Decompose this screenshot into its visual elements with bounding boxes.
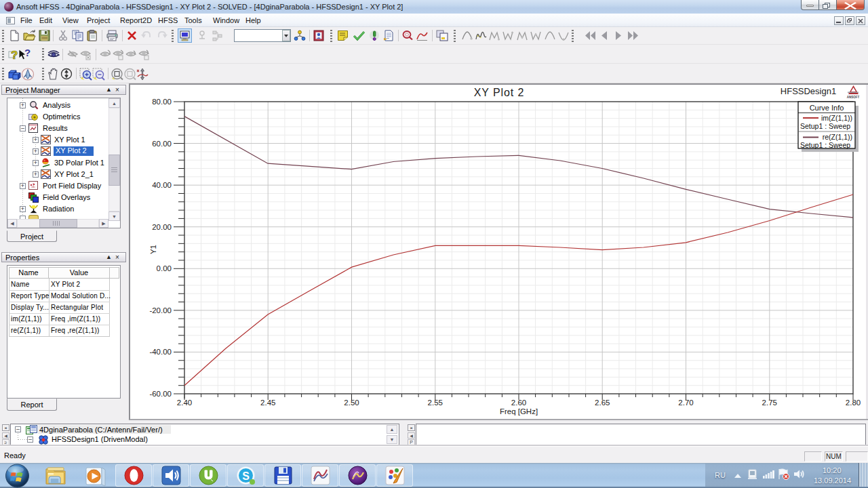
svg-text:-40.00: -40.00	[149, 348, 172, 356]
svg-text:20.00: 20.00	[152, 223, 172, 231]
svg-text:2.55: 2.55	[428, 399, 443, 407]
svg-text:0.00: 0.00	[157, 264, 172, 272]
svg-text:-60.00: -60.00	[149, 390, 172, 398]
svg-text:80.00: 80.00	[152, 98, 172, 106]
svg-text:XY Plot 2: XY Plot 2	[474, 87, 525, 98]
svg-text:2.70: 2.70	[678, 399, 693, 407]
svg-text:Setup1 : Sweep: Setup1 : Sweep	[800, 141, 850, 149]
svg-text:Curve Info: Curve Info	[810, 104, 844, 112]
svg-text:2.50: 2.50	[344, 399, 359, 407]
svg-text:?: ?	[11, 49, 18, 61]
svg-text:2.65: 2.65	[595, 399, 610, 407]
svg-text:Freq [GHz]: Freq [GHz]	[500, 407, 538, 415]
svg-text:60.00: 60.00	[152, 140, 172, 148]
svg-text:?: ?	[24, 47, 31, 58]
svg-text:2.75: 2.75	[762, 399, 777, 407]
svg-text:HFSSDesign1: HFSSDesign1	[781, 86, 836, 96]
svg-text:ANSOFT: ANSOFT	[847, 96, 860, 99]
svg-text:im(Z(1,1)): im(Z(1,1))	[821, 114, 852, 122]
svg-text:2.40: 2.40	[177, 399, 192, 407]
svg-text:Y1: Y1	[149, 245, 157, 254]
svg-text:2.60: 2.60	[511, 399, 526, 407]
svg-text:Setup1 : Sweep: Setup1 : Sweep	[800, 122, 850, 130]
svg-text:40.00: 40.00	[152, 181, 172, 189]
svg-text:re(Z(1,1)): re(Z(1,1))	[823, 133, 852, 141]
svg-text:2.45: 2.45	[260, 399, 275, 407]
svg-text:2.80: 2.80	[846, 399, 861, 407]
svg-text:-20.00: -20.00	[149, 306, 172, 314]
svg-text:S: S	[242, 470, 250, 482]
